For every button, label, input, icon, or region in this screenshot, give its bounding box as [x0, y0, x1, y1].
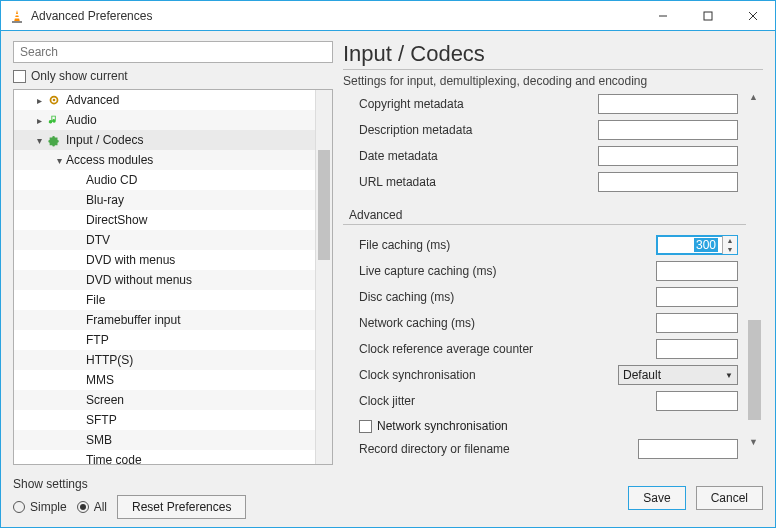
tree-item-label: Time code — [86, 453, 142, 464]
scroll-down-icon[interactable]: ▼ — [749, 437, 758, 447]
tree-item-label: Audio CD — [86, 173, 137, 187]
content: Only show current ▸Advanced▸Audio▾Input … — [1, 31, 775, 527]
tree-item-label: FTP — [86, 333, 109, 347]
disc-caching-input[interactable]: ▲▼ — [656, 287, 738, 307]
network-caching-input[interactable]: ▲▼ — [656, 313, 738, 333]
arrow-placeholder: ▸ — [72, 455, 86, 465]
tree-container: ▸Advanced▸Audio▾Input / Codecs▾Access mo… — [13, 89, 333, 465]
tree-item[interactable]: ▸File — [14, 290, 315, 310]
url-input[interactable] — [598, 172, 738, 192]
vscroll-thumb[interactable] — [748, 320, 761, 420]
svg-rect-5 — [704, 12, 712, 20]
radio-simple-label: Simple — [30, 500, 67, 514]
radio-simple[interactable]: Simple — [13, 498, 67, 516]
clock-ref-input[interactable]: ▲▼ — [656, 339, 738, 359]
panel-wrap: Copyright metadata Description metadata … — [343, 90, 763, 465]
svg-marker-0 — [14, 10, 20, 22]
tree-item[interactable]: ▸FTP — [14, 330, 315, 350]
maximize-button[interactable] — [685, 1, 730, 31]
clock-sync-value: Default — [623, 368, 661, 382]
chevron-right-icon[interactable]: ▸ — [32, 115, 46, 126]
tree-item[interactable]: ▸DirectShow — [14, 210, 315, 230]
chevron-down-icon[interactable]: ▾ — [32, 135, 46, 146]
titlebar: Advanced Preferences — [1, 1, 775, 31]
tree-item-label: DVD without menus — [86, 273, 192, 287]
date-input[interactable] — [598, 146, 738, 166]
preferences-tree[interactable]: ▸Advanced▸Audio▾Input / Codecs▾Access mo… — [14, 90, 315, 464]
file-caching-value: 300 — [694, 238, 718, 252]
record-dir-label: Record directory or filename — [359, 442, 638, 456]
spin-up-icon[interactable]: ▲ — [723, 236, 737, 245]
puzzle-icon — [46, 132, 62, 148]
copyright-label: Copyright metadata — [359, 97, 598, 111]
spin-down-icon[interactable]: ▼ — [723, 245, 737, 254]
tree-item-label: DVD with menus — [86, 253, 175, 267]
clock-jitter-label: Clock jitter — [359, 394, 656, 408]
tree-item[interactable]: ▸DTV — [14, 230, 315, 250]
save-button[interactable]: Save — [628, 486, 685, 510]
page-title: Input / Codecs — [343, 41, 763, 70]
arrow-placeholder: ▸ — [72, 335, 86, 346]
tree-item-label: Audio — [66, 113, 97, 127]
scroll-up-icon[interactable]: ▲ — [749, 92, 758, 102]
settings-panel: Copyright metadata Description metadata … — [343, 90, 746, 465]
arrow-placeholder: ▸ — [72, 395, 86, 406]
tree-item[interactable]: ▸DVD with menus — [14, 250, 315, 270]
url-label: URL metadata — [359, 175, 598, 189]
description-label: Description metadata — [359, 123, 598, 137]
tree-item[interactable]: ▸Screen — [14, 390, 315, 410]
chevron-down-icon[interactable]: ▾ — [52, 155, 66, 166]
chevron-right-icon[interactable]: ▸ — [32, 95, 46, 106]
reset-preferences-button[interactable]: Reset Preferences — [117, 495, 246, 519]
radio-all[interactable]: All — [77, 498, 107, 516]
clock-sync-select[interactable]: Default▼ — [618, 365, 738, 385]
tree-item[interactable]: ▸SMB — [14, 430, 315, 450]
tree-item[interactable]: ▸MMS — [14, 370, 315, 390]
tree-item[interactable]: ▸Audio — [14, 110, 315, 130]
tree-item[interactable]: ▸SFTP — [14, 410, 315, 430]
arrow-placeholder: ▸ — [72, 435, 86, 446]
network-caching-label: Network caching (ms) — [359, 316, 656, 330]
network-sync-label: Network synchronisation — [377, 419, 508, 433]
minimize-button[interactable] — [640, 1, 685, 31]
tree-item[interactable]: ▾Input / Codecs — [14, 130, 315, 150]
live-caching-label: Live capture caching (ms) — [359, 264, 656, 278]
tree-item[interactable]: ▸Blu-ray — [14, 190, 315, 210]
close-button[interactable] — [730, 1, 775, 31]
page-subtitle: Settings for input, demultiplexing, deco… — [343, 74, 763, 88]
description-input[interactable] — [598, 120, 738, 140]
arrow-placeholder: ▸ — [72, 275, 86, 286]
show-settings-group: Show settings Simple All Reset Preferenc… — [13, 477, 246, 519]
only-show-current[interactable]: Only show current — [13, 67, 333, 85]
tree-item-label: Input / Codecs — [66, 133, 143, 147]
arrow-placeholder: ▸ — [72, 255, 86, 266]
search-input[interactable] — [13, 41, 333, 63]
tree-item[interactable]: ▸DVD without menus — [14, 270, 315, 290]
network-sync-checkbox[interactable]: Network synchronisation — [343, 419, 746, 433]
tree-scrollbar[interactable] — [315, 90, 332, 464]
tree-scroll-thumb[interactable] — [318, 150, 330, 260]
gear-icon — [46, 92, 62, 108]
cancel-button[interactable]: Cancel — [696, 486, 763, 510]
tree-item[interactable]: ▸Audio CD — [14, 170, 315, 190]
file-caching-input[interactable]: 300▲▼ — [656, 235, 738, 255]
note-icon — [46, 112, 62, 128]
record-dir-input[interactable] — [638, 439, 738, 459]
tree-item[interactable]: ▸HTTP(S) — [14, 350, 315, 370]
left-column: Only show current ▸Advanced▸Audio▾Input … — [13, 41, 333, 465]
live-caching-input[interactable]: ▲▼ — [656, 261, 738, 281]
clock-jitter-input[interactable]: ▲▼ — [656, 391, 738, 411]
window: Advanced Preferences Only show current ▸… — [0, 0, 776, 528]
tree-item[interactable]: ▸Time code — [14, 450, 315, 464]
tree-item[interactable]: ▾Access modules — [14, 150, 315, 170]
copyright-input[interactable] — [598, 94, 738, 114]
panel-vscrollbar[interactable]: ▲ ▼ — [746, 90, 763, 465]
window-buttons — [640, 1, 775, 30]
tree-item[interactable]: ▸Framebuffer input — [14, 310, 315, 330]
radio-icon — [13, 501, 25, 513]
disc-caching-label: Disc caching (ms) — [359, 290, 656, 304]
tree-item[interactable]: ▸Advanced — [14, 90, 315, 110]
advanced-section-header: Advanced — [343, 204, 746, 225]
vlc-cone-icon — [9, 8, 25, 24]
tree-item-label: SMB — [86, 433, 112, 447]
